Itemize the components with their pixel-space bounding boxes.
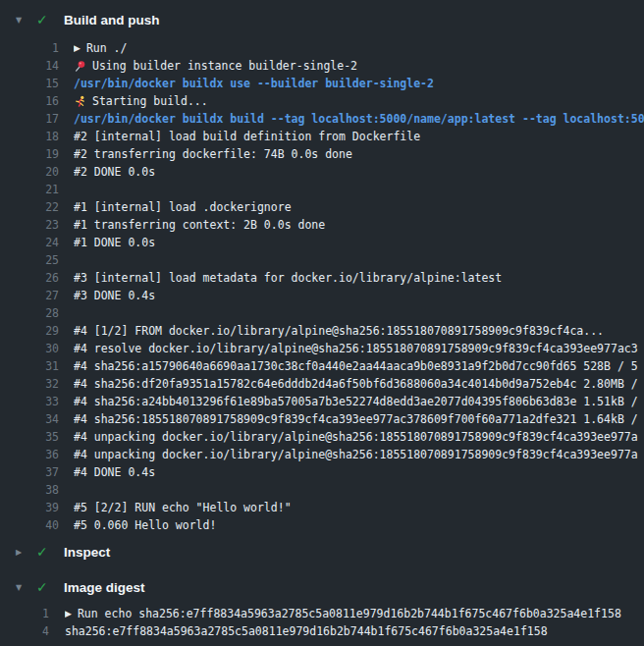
section-label: Image digest: [64, 580, 145, 595]
log-text: #3 DONE 0.4s: [74, 289, 644, 302]
run-group-expander-icon[interactable]: ▶: [65, 609, 72, 619]
log-line: 40#5 0.060 Hello world!: [0, 516, 644, 534]
line-number[interactable]: 31: [0, 359, 59, 373]
log-line: 36#4 unpacking docker.io/library/alpine@…: [0, 446, 644, 463]
line-number[interactable]: 28: [0, 306, 59, 320]
log-message: #4 sha256:a15790640a6690aa1730c38cf0a440…: [74, 359, 638, 373]
chevron-down-icon[interactable]: ▼: [16, 16, 29, 25]
log-line: 33#4 sha256:a24bb4013296f61e89ba57005a7b…: [0, 393, 644, 410]
log-line: 39#5 [2/2] RUN echo "Hello world!": [0, 499, 644, 516]
log-text: #4 DONE 0.4s: [74, 465, 644, 479]
log-message: #2 [internal] load build definition from…: [74, 130, 420, 143]
chevron-down-icon[interactable]: ▼: [16, 583, 29, 592]
line-number[interactable]: 34: [0, 412, 59, 426]
log-text: #4 resolve docker.io/library/alpine@sha2…: [74, 342, 644, 355]
log-line: 30#4 resolve docker.io/library/alpine@sh…: [0, 340, 644, 357]
run-group-expander-icon[interactable]: ▶: [74, 43, 80, 53]
line-number[interactable]: 17: [0, 112, 59, 126]
line-number[interactable]: 39: [0, 501, 59, 514]
log-message: #4 sha256:185518070891758909c9f839cf4ca3…: [74, 412, 638, 426]
log-line: 27#3 DONE 0.4s: [0, 287, 644, 304]
line-number[interactable]: 14: [0, 59, 59, 73]
log-message: Starting build...: [92, 94, 208, 108]
section-header-image-digest[interactable]: ▼✓Image digest: [0, 569, 644, 605]
log-text: #2 DONE 0.0s: [74, 165, 644, 179]
log-text: #4 sha256:a15790640a6690aa1730c38cf0a440…: [74, 359, 644, 373]
line-number[interactable]: 1: [0, 41, 59, 55]
log-line: 28: [0, 304, 644, 322]
line-number[interactable]: 32: [0, 377, 59, 391]
log-line: 24#1 DONE 0.0s: [0, 234, 644, 251]
log-message: #1 transferring context: 2B 0.0s done: [74, 218, 325, 232]
log-line: 16Starting build...: [0, 92, 644, 110]
actions-log-viewer: ▼✓Build and push1▶Run ./14Using builder …: [0, 0, 644, 646]
log-line: 1▶Run ./: [0, 39, 644, 57]
log-message: Run echo sha256:e7ff8834a5963a2785c5a081…: [78, 607, 621, 620]
log-text: #4 sha256:df20fa9351a15782c64e6dddb2d4a6…: [74, 377, 644, 391]
line-number[interactable]: 25: [0, 253, 59, 267]
pushpin-icon: [74, 60, 86, 73]
line-number[interactable]: 1: [0, 607, 49, 620]
log-line: 35#4 unpacking docker.io/library/alpine@…: [0, 428, 644, 446]
log-message: #4 resolve docker.io/library/alpine@sha2…: [74, 342, 638, 355]
log-line: 21: [0, 181, 644, 198]
log-message: #4 sha256:a24bb4013296f61e89ba57005a7b3e…: [74, 395, 638, 408]
log-line: 32#4 sha256:df20fa9351a15782c64e6dddb2d4…: [0, 375, 644, 393]
line-number[interactable]: 21: [0, 183, 59, 196]
log-text: #2 [internal] load build definition from…: [74, 130, 644, 143]
log-lines-build-and-push: 1▶Run ./14Using builder instance builder…: [0, 39, 644, 534]
log-line: 19#2 transferring dockerfile: 74B 0.0s d…: [0, 145, 644, 163]
log-text: #5 [2/2] RUN echo "Hello world!": [74, 501, 644, 514]
line-number[interactable]: 35: [0, 430, 59, 444]
runner-icon: [74, 95, 86, 108]
log-text: Starting build...: [74, 94, 644, 108]
log-message: #3 [internal] load metadata for docker.i…: [74, 271, 502, 285]
line-number[interactable]: 40: [0, 518, 59, 532]
log-line: 15/usr/bin/docker buildx use --builder b…: [0, 75, 644, 92]
line-number[interactable]: 20: [0, 165, 59, 179]
log-text: ▶Run ./: [74, 41, 644, 55]
line-number[interactable]: 30: [0, 342, 59, 355]
log-line: 1▶Run echo sha256:e7ff8834a5963a2785c5a0…: [0, 605, 644, 622]
log-message: #2 transferring dockerfile: 74B 0.0s don…: [74, 147, 352, 161]
log-text: #4 [1/2] FROM docker.io/library/alpine@s…: [74, 324, 644, 338]
line-number[interactable]: 4: [0, 624, 49, 638]
log-message: #1 [internal] load .dockerignore: [74, 200, 292, 214]
log-message: /usr/bin/docker buildx use --builder bui…: [74, 77, 434, 90]
log-line: 37#4 DONE 0.4s: [0, 463, 644, 481]
line-number[interactable]: 19: [0, 147, 59, 161]
chevron-right-icon[interactable]: ▶: [16, 548, 29, 557]
line-number[interactable]: 24: [0, 236, 59, 249]
line-number[interactable]: 27: [0, 289, 59, 302]
check-icon: ✓: [36, 544, 53, 560]
line-number[interactable]: 26: [0, 271, 59, 285]
log-message: #1 DONE 0.0s: [74, 236, 155, 249]
line-number[interactable]: 16: [0, 94, 59, 108]
log-text: #4 sha256:a24bb4013296f61e89ba57005a7b3e…: [74, 395, 644, 408]
log-text: Using builder instance builder-single-2: [74, 59, 644, 73]
line-number[interactable]: 23: [0, 218, 59, 232]
line-number[interactable]: 18: [0, 130, 59, 143]
line-number[interactable]: 29: [0, 324, 59, 338]
log-message: #5 0.060 Hello world!: [74, 518, 216, 532]
log-text: #4 unpacking docker.io/library/alpine@sh…: [74, 448, 644, 461]
log-sections: ▼✓Build and push1▶Run ./14Using builder …: [0, 0, 644, 640]
line-number[interactable]: 33: [0, 395, 59, 408]
log-text: #1 DONE 0.0s: [74, 236, 644, 249]
log-text: #2 transferring dockerfile: 74B 0.0s don…: [74, 147, 644, 161]
log-message: Using builder instance builder-single-2: [92, 59, 357, 73]
line-number[interactable]: 15: [0, 77, 59, 90]
log-line: 17/usr/bin/docker buildx build --tag loc…: [0, 110, 644, 128]
section-label: Inspect: [64, 545, 110, 560]
line-number[interactable]: 36: [0, 448, 59, 461]
log-line: 34#4 sha256:185518070891758909c9f839cf4c…: [0, 410, 644, 428]
line-number[interactable]: 37: [0, 465, 59, 479]
line-number[interactable]: 38: [0, 483, 59, 497]
log-message: #5 [2/2] RUN echo "Hello world!": [74, 501, 292, 514]
section-header-build-and-push[interactable]: ▼✓Build and push: [0, 0, 644, 39]
log-text: /usr/bin/docker buildx build --tag local…: [74, 112, 644, 126]
section-header-inspect[interactable]: ▶✓Inspect: [0, 534, 644, 569]
log-text: #4 unpacking docker.io/library/alpine@sh…: [74, 430, 644, 444]
log-line: 20#2 DONE 0.0s: [0, 163, 644, 181]
line-number[interactable]: 22: [0, 200, 59, 214]
